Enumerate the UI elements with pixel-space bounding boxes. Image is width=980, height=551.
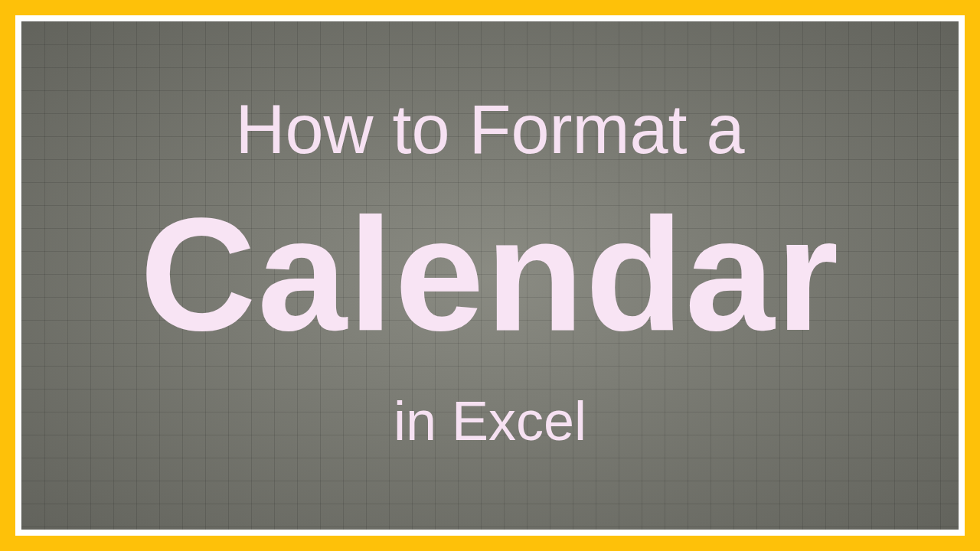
inner-frame: How to Format a Calendar in Excel bbox=[15, 15, 965, 536]
title-line-3: in Excel bbox=[394, 393, 586, 448]
title-line-1: How to Format a bbox=[235, 95, 744, 164]
title-line-2: Calendar bbox=[140, 194, 841, 355]
outer-frame: How to Format a Calendar in Excel bbox=[0, 0, 980, 551]
title-card: How to Format a Calendar in Excel bbox=[21, 21, 959, 530]
